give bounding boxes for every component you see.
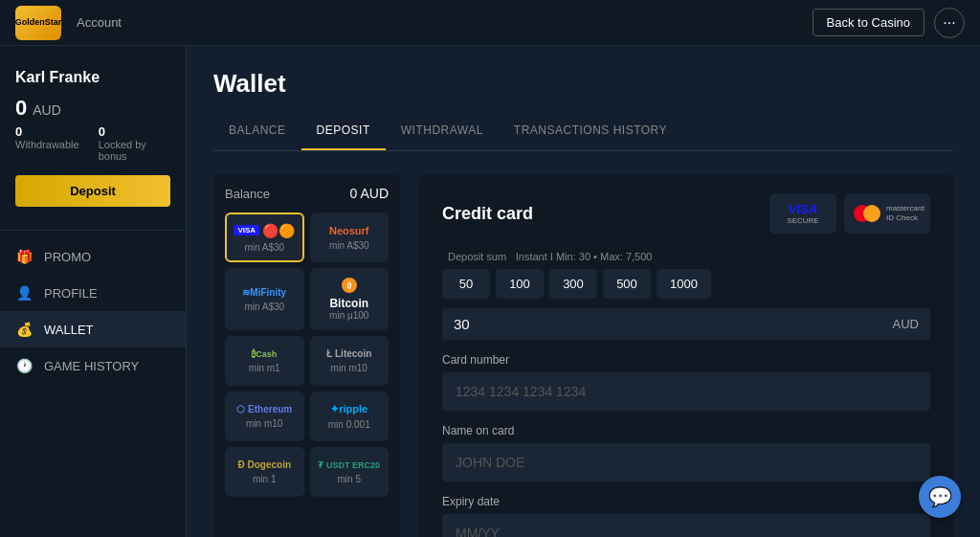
sidebar-item-wallet[interactable]: 💰 WALLET — [0, 311, 186, 347]
usdt-min: min 5 — [338, 474, 361, 484]
tab-withdrawal[interactable]: WITHDRAWAL — [386, 116, 499, 150]
mc-logo: 🔴🟠 — [262, 223, 295, 238]
tab-deposit[interactable]: DEPOSIT — [301, 116, 386, 150]
deposit-layout: Balance 0 AUD VISA 🔴🟠 min A$30 — [213, 174, 953, 537]
chat-button[interactable]: 💬 — [919, 476, 961, 518]
dogecoin-logo: Ð Dogecoin — [237, 459, 291, 470]
mifinity-logo: ≋MiFinity — [242, 287, 286, 298]
neosurf-icons: Neosurf — [329, 225, 369, 236]
top-nav-right: Back to Casino ··· — [813, 8, 965, 38]
locked-bonus: 0 Locked by bonus — [99, 124, 170, 162]
mifinity-min: min A$30 — [244, 302, 284, 312]
tabs: BALANCE DEPOSIT WITHDRAWAL TRANSACTIONS … — [213, 116, 953, 151]
card-logos: VISA SECURE mastercardID Check — [769, 193, 930, 234]
withdrawable-label: Withdrawable — [15, 139, 79, 150]
balance-amount: 0 — [15, 96, 27, 121]
balance-row: 0 AUD — [15, 96, 170, 121]
mastercard-badge: mastercardID Check — [844, 193, 930, 234]
amount-btn-100[interactable]: 100 — [496, 269, 544, 299]
sidebar-item-label: PROFILE — [44, 286, 98, 301]
ethereum-icons: ⬡ Ethereum — [236, 404, 292, 414]
card-number-input[interactable] — [442, 372, 930, 411]
wallet-icon: 💰 — [15, 321, 33, 338]
payment-method-neosurf[interactable]: Neosurf min A$30 — [310, 213, 390, 262]
tab-balance[interactable]: BALANCE — [213, 116, 301, 150]
payment-panel: Balance 0 AUD VISA 🔴🟠 min A$30 — [213, 174, 400, 537]
amount-btn-1000[interactable]: 1000 — [657, 269, 711, 299]
bitcoincash-icons: ₿Cash — [252, 349, 277, 359]
sidebar-item-game-history[interactable]: 🕐 GAME HISTORY — [0, 347, 186, 384]
dogecoin-icons: Ð Dogecoin — [237, 459, 291, 470]
sidebar-item-profile[interactable]: 👤 PROFILE — [0, 275, 186, 311]
amount-btn-300[interactable]: 300 — [549, 269, 597, 299]
ethereum-logo: ⬡ Ethereum — [236, 404, 292, 414]
form-header: Credit card VISA SECURE mastercardID Che… — [442, 193, 930, 234]
card-number-label: Card number — [442, 353, 930, 367]
logo: Golden Star — [15, 6, 61, 40]
mifinity-icons: ≋MiFinity — [242, 287, 286, 298]
sidebar-deposit-button[interactable]: Deposit — [15, 175, 170, 207]
payment-method-creditcard[interactable]: VISA 🔴🟠 min A$30 — [225, 213, 304, 262]
payment-method-usdt[interactable]: ₮ USDT ERC20 min 5 — [310, 447, 390, 497]
sidebar-item-label: PROMO — [44, 250, 91, 264]
chat-icon: 💬 — [928, 485, 952, 508]
mc-label: mastercardID Check — [886, 204, 924, 222]
custom-amount-row: 30 AUD — [442, 308, 930, 340]
usdt-logo: ₮ USDT ERC20 — [318, 460, 380, 470]
litecoin-logo: Ł Litecoin — [326, 348, 371, 359]
bitcoin-min: min μ100 — [329, 310, 368, 321]
profile-icon: 👤 — [15, 284, 33, 302]
card-icons: VISA 🔴🟠 — [234, 223, 295, 238]
sidebar: Karl Franke 0 AUD 0 Withdrawable 0 Locke… — [0, 46, 187, 537]
dogecoin-min: min 1 — [253, 474, 276, 484]
top-nav: Golden Star Account Back to Casino ··· — [0, 0, 980, 46]
visa-badge-text: VISA — [789, 202, 817, 216]
payment-method-bitcoincash[interactable]: ₿Cash min m1 — [225, 336, 304, 386]
name-on-card-label: Name on card — [442, 424, 930, 437]
user-section: Karl Franke 0 AUD 0 Withdrawable 0 Locke… — [0, 61, 186, 222]
payment-method-mifinity[interactable]: ≋MiFinity min A$30 — [225, 268, 304, 330]
locked-label: Locked by bonus — [99, 139, 170, 162]
ripple-icons: ✦ripple — [330, 403, 368, 415]
mc-orange-circle — [863, 205, 880, 222]
custom-amount-currency: AUD — [893, 317, 919, 331]
bitcoincash-logo: ₿Cash — [252, 349, 277, 359]
amount-btn-500[interactable]: 500 — [603, 269, 651, 299]
ripple-min: min 0.001 — [328, 419, 370, 430]
sidebar-divider — [0, 230, 186, 231]
amount-buttons: 50 100 300 500 1000 — [442, 269, 930, 299]
user-name: Karl Franke — [15, 69, 170, 86]
withdrawable: 0 Withdrawable — [15, 124, 79, 162]
form-panel: Credit card VISA SECURE mastercardID Che… — [419, 174, 953, 537]
more-options-button[interactable]: ··· — [934, 8, 965, 38]
payment-method-ripple[interactable]: ✦ripple min 0.001 — [310, 392, 390, 441]
payment-method-dogecoin[interactable]: Ð Dogecoin min 1 — [225, 447, 304, 497]
account-label: Account — [77, 15, 122, 30]
tab-transactions[interactable]: TRANSACTIONS HISTORY — [499, 116, 682, 150]
game-history-icon: 🕐 — [15, 357, 33, 374]
mc-circles — [854, 205, 880, 222]
payment-method-litecoin[interactable]: Ł Litecoin min m10 — [310, 336, 390, 386]
expiry-input[interactable] — [442, 514, 930, 537]
neosurf-min: min A$30 — [329, 240, 369, 251]
visa-secure-text: SECURE — [787, 216, 818, 225]
back-to-casino-button[interactable]: Back to Casino — [813, 9, 924, 36]
expiry-label: Expiry date — [442, 495, 930, 508]
page-title: Wallet — [213, 69, 953, 99]
name-on-card-input[interactable] — [442, 443, 930, 481]
visa-badge: VISA SECURE — [769, 193, 836, 234]
payment-method-bitcoin[interactable]: ₿ Bitcoin min μ100 — [310, 268, 390, 330]
panel-balance-label: Balance — [225, 187, 270, 201]
deposit-sum-label: Deposit sum Instant I Min: 30 • Max: 7,5… — [442, 249, 930, 263]
payment-method-ethereum[interactable]: ⬡ Ethereum min m10 — [225, 392, 304, 441]
neosurf-logo: Neosurf — [329, 225, 369, 236]
payment-grid: VISA 🔴🟠 min A$30 Neosurf min A$30 — [225, 213, 389, 497]
litecoin-min: min m10 — [331, 363, 368, 373]
amount-btn-50[interactable]: 50 — [442, 269, 490, 299]
sidebar-item-label: WALLET — [44, 323, 94, 337]
sidebar-item-promo[interactable]: 🎁 PROMO — [0, 238, 186, 275]
content-area: Wallet BALANCE DEPOSIT WITHDRAWAL TRANSA… — [187, 46, 980, 537]
withdrawable-value: 0 — [15, 124, 79, 139]
creditcard-min: min A$30 — [244, 242, 284, 253]
ethereum-min: min m10 — [246, 418, 282, 429]
